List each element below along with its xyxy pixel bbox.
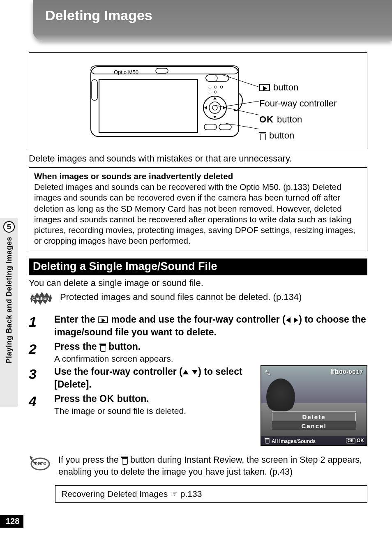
page-title-bar: Deleting Images: [33, 0, 392, 41]
callout-fourway-label: Four-way controller: [259, 97, 337, 110]
memo-note: memo If you press the button during Inst…: [29, 454, 367, 478]
callout-ok: OK button: [259, 113, 337, 126]
step-4-desc: The image or sound file is deleted.: [54, 406, 252, 416]
chapter-number: 5: [3, 221, 15, 233]
trash-icon: [121, 457, 128, 464]
camera-illustration: [87, 58, 251, 141]
caution-note: Caution Protected images and sound files…: [29, 291, 367, 306]
callout-play-label: button: [273, 81, 298, 94]
info-body: Deleted images and sounds can be recover…: [34, 182, 362, 246]
chapter-label: Playing Back and Deleting Images: [5, 237, 14, 363]
footer-right: OKOK: [346, 438, 364, 443]
down-arrow-icon: [192, 370, 198, 374]
step-2-desc: A confirmation screen appears.: [54, 354, 367, 364]
callout-play: button: [259, 81, 337, 94]
lcd-preview: ✎ ▯100-0017 Delete Cancel All Images/Sou…: [261, 365, 367, 446]
memo-icon: memo: [29, 454, 50, 471]
recovery-info-box: When images or sounds are inadvertently …: [29, 167, 367, 251]
chapter-tab: 5 Playing Back and Deleting Images: [0, 218, 18, 407]
step-1: 1 Enter the mode and use the four-way co…: [29, 313, 367, 339]
camera-model-text: Optio M50: [114, 69, 138, 75]
caution-text: Protected images and sound files cannot …: [60, 291, 302, 302]
page-title: Deleting Images: [45, 7, 380, 23]
step-4: 4 Press the OK button. The image or soun…: [29, 392, 252, 416]
callout-list: button Four-way controller OK button but…: [259, 58, 337, 145]
trash-icon: [259, 132, 266, 139]
file-number: ▯100-0017: [331, 369, 363, 375]
step-3-title: Use the four-way controller ( ) to selec…: [54, 365, 252, 391]
callout-trash-label: button: [269, 129, 294, 142]
step-number: 1: [29, 313, 45, 339]
play-icon: [98, 316, 108, 323]
step-number: 4: [29, 392, 45, 416]
footer-left: All Images/Sounds: [264, 437, 316, 444]
cross-reference: Recovering Deleted Images ☞ p.133: [55, 485, 367, 503]
right-arrow-icon: [294, 317, 298, 323]
menu-delete: Delete: [272, 413, 356, 421]
camera-diagram-box: Optio M50 button Four-way controller OK …: [29, 52, 367, 149]
step-3: 3 Use the four-way controller ( ) to sel…: [29, 365, 252, 391]
pointer-icon: ☞: [170, 489, 178, 498]
callout-fourway: Four-way controller: [259, 97, 337, 110]
play-icon: [259, 84, 270, 91]
memo-text: If you press the button during Instant R…: [58, 454, 367, 478]
step-2-title: Press the button.: [54, 340, 367, 353]
ok-label: OK: [259, 113, 274, 126]
left-arrow-icon: [286, 317, 291, 323]
trash-icon: [99, 344, 106, 351]
callout-trash: button: [259, 129, 337, 142]
svg-rect-2: [99, 80, 198, 132]
caution-icon: Caution: [29, 291, 53, 306]
step-1-title: Enter the mode and use the four-way cont…: [54, 313, 367, 339]
callout-ok-label: button: [277, 113, 302, 126]
step-4-title: Press the OK button.: [54, 392, 252, 405]
intro-text: Delete images and sounds with mistakes o…: [29, 153, 367, 164]
info-heading: When images or sounds are inadvertently …: [34, 171, 362, 182]
menu-cancel: Cancel: [272, 422, 356, 430]
trash-icon: [265, 438, 269, 443]
step-number: 3: [29, 365, 45, 391]
caution-label: Caution: [29, 291, 53, 306]
up-arrow-icon: [183, 370, 189, 374]
edit-icon: ✎: [265, 369, 271, 378]
delete-menu: Delete Cancel: [272, 411, 356, 430]
page-number: 128: [0, 515, 23, 528]
section-lead: You can delete a single image or sound f…: [29, 278, 367, 288]
section-heading: Deleting a Single Image/Sound File: [29, 258, 367, 275]
step-2: 2 Press the button. A confirmation scree…: [29, 340, 367, 364]
steps-list: 1 Enter the mode and use the four-way co…: [29, 313, 367, 446]
step-number: 2: [29, 340, 45, 364]
